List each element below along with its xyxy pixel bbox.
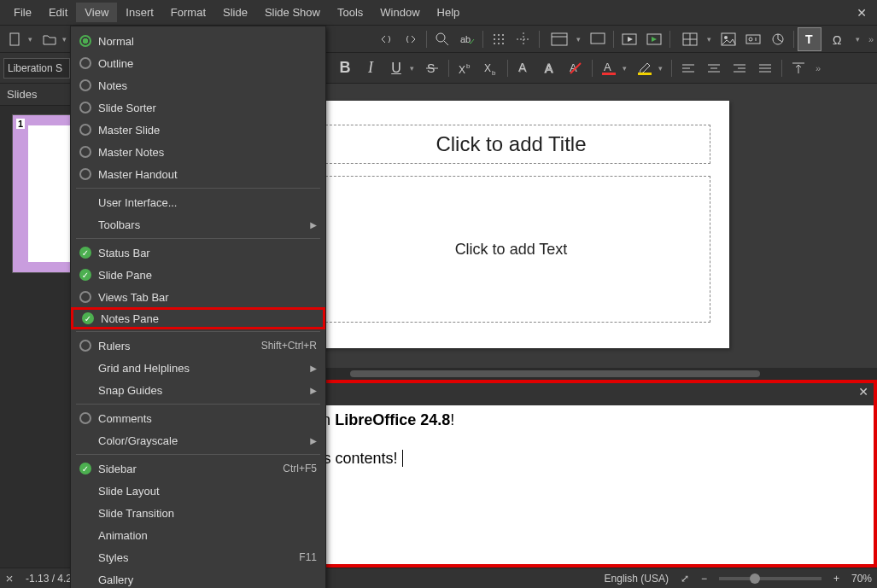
underline-icon[interactable]: U <box>384 56 408 80</box>
align-top-icon[interactable] <box>786 56 810 80</box>
view-menu-notes[interactable]: Notes <box>71 74 325 96</box>
menu-format[interactable]: Format <box>162 3 214 22</box>
media-icon[interactable] <box>741 27 765 51</box>
highlight-dropdown-icon[interactable]: ▾ <box>658 64 667 73</box>
svg-point-10 <box>494 43 495 44</box>
view-menu-gallery[interactable]: Gallery <box>71 568 325 588</box>
menu-slide[interactable]: Slide <box>214 3 256 22</box>
open-icon[interactable] <box>38 27 61 51</box>
align-justify-icon[interactable] <box>753 56 777 80</box>
superscript-icon[interactable]: Xb <box>453 56 477 80</box>
textbox-icon[interactable]: T <box>798 27 821 51</box>
view-menu-user-interface-[interactable]: User Interface... <box>71 191 325 213</box>
undo-icon[interactable] <box>374 27 398 51</box>
view-menu-slide-pane[interactable]: ✓Slide Pane <box>71 264 325 286</box>
subscript-icon[interactable]: Xb <box>479 56 503 80</box>
document-close-icon[interactable]: ✕ <box>851 6 872 20</box>
language-status[interactable]: English (USA) <box>605 573 669 585</box>
view-menu-animation[interactable]: Animation <box>71 524 325 546</box>
toolbar-more-icon[interactable]: » <box>816 63 821 73</box>
svg-marker-21 <box>652 37 657 42</box>
zoom-in-icon[interactable]: + <box>833 573 839 585</box>
redo-icon[interactable] <box>399 27 423 51</box>
new-icon[interactable] <box>3 27 27 51</box>
view-menu-sidebar[interactable]: ✓SidebarCtrl+F5 <box>71 457 325 480</box>
radio-icon <box>79 79 91 91</box>
view-menu-master-slide[interactable]: Master Slide <box>71 119 325 141</box>
highlight-icon[interactable] <box>633 56 657 80</box>
view-menu-styles[interactable]: StylesF11 <box>71 546 325 568</box>
bold-icon[interactable]: B <box>333 56 357 80</box>
image-icon[interactable] <box>716 27 740 51</box>
view-menu-grid-and-helplines[interactable]: Grid and Helplines▶ <box>71 357 325 379</box>
zoom-value[interactable]: 70% <box>851 573 872 585</box>
table-dropdown-icon[interactable]: ▾ <box>707 35 716 44</box>
align-left-icon[interactable] <box>676 56 700 80</box>
view-menu-comments[interactable]: Comments <box>71 407 325 429</box>
underline-dropdown-icon[interactable]: ▾ <box>410 64 418 73</box>
menu-item-label: Notes <box>98 79 127 92</box>
italic-icon[interactable]: I <box>359 56 383 80</box>
menu-slideshow[interactable]: Slide Show <box>256 3 329 22</box>
align-center-icon[interactable] <box>702 56 726 80</box>
slide-number: 1 <box>16 119 25 129</box>
find-icon[interactable] <box>430 27 454 51</box>
chart-icon[interactable] <box>766 27 790 51</box>
outline-text-icon[interactable]: A <box>538 56 562 80</box>
views-dropdown-icon[interactable]: ▾ <box>576 35 585 44</box>
strikethrough-icon[interactable]: S <box>420 56 444 80</box>
toolbar-more-icon[interactable]: » <box>868 34 874 44</box>
align-right-icon[interactable] <box>728 56 751 80</box>
special-char-icon[interactable]: Ω <box>822 27 855 51</box>
zoom-out-icon[interactable]: − <box>701 573 707 585</box>
svg-point-9 <box>502 38 504 40</box>
content-placeholder[interactable]: Click to add Text <box>313 176 710 323</box>
menu-item-label: Slide Transition <box>98 507 174 520</box>
view-menu-notes-pane[interactable]: ✓Notes Pane <box>71 307 325 329</box>
spellcheck-icon[interactable]: ab <box>455 27 479 51</box>
grid-icon[interactable] <box>487 27 511 51</box>
view-menu-status-bar[interactable]: ✓Status Bar <box>71 242 325 264</box>
shadow-text-icon[interactable]: AA <box>512 56 536 80</box>
menu-item-label: Master Slide <box>98 124 160 137</box>
fit-page-icon[interactable]: ⤢ <box>681 573 689 585</box>
notes-close-icon[interactable]: ✕ <box>858 385 868 399</box>
view-menu-color-grayscale[interactable]: Color/Grayscale▶ <box>71 429 325 451</box>
slide-canvas[interactable]: Click to add Title Click to add Text <box>294 101 729 348</box>
view-menu-master-handout[interactable]: Master Handout <box>71 163 325 185</box>
zoom-slider[interactable] <box>719 577 821 580</box>
start-first-icon[interactable] <box>617 27 641 51</box>
svg-rect-27 <box>746 35 760 44</box>
clear-format-icon[interactable]: A <box>564 56 588 80</box>
menu-help[interactable]: Help <box>429 3 469 22</box>
start-current-icon[interactable] <box>642 27 666 51</box>
view-menu-views-tab-bar[interactable]: Views Tab Bar <box>71 286 325 308</box>
menu-file[interactable]: File <box>5 3 40 22</box>
view-menu-master-notes[interactable]: Master Notes <box>71 141 325 163</box>
menu-insert[interactable]: Insert <box>117 3 162 22</box>
table-icon[interactable] <box>674 27 706 51</box>
menu-window[interactable]: Window <box>371 3 428 22</box>
snap-guides-icon[interactable] <box>512 27 535 51</box>
menu-view[interactable]: View <box>76 3 117 22</box>
special-dropdown-icon[interactable]: ▾ <box>856 35 864 44</box>
view-menu-toolbars[interactable]: Toolbars▶ <box>71 213 325 236</box>
menu-item-label: Color/Grayscale <box>98 434 178 447</box>
menu-tools[interactable]: Tools <box>329 3 371 22</box>
view-menu-outline[interactable]: Outline <box>71 52 325 74</box>
view-menu-slide-transition[interactable]: Slide Transition <box>71 502 325 524</box>
menu-edit[interactable]: Edit <box>40 3 76 22</box>
view-menu-slide-sorter[interactable]: Slide Sorter <box>71 96 325 119</box>
display-views-icon[interactable] <box>543 27 576 51</box>
view-menu-normal[interactable]: Normal <box>71 30 325 52</box>
font-color-dropdown-icon[interactable]: ▾ <box>623 64 631 73</box>
menu-item-label: Master Notes <box>98 146 164 159</box>
font-color-icon[interactable]: A <box>597 56 621 80</box>
font-name-input[interactable] <box>3 58 70 79</box>
title-placeholder[interactable]: Click to add Title <box>313 125 710 164</box>
master-slide-icon[interactable] <box>586 27 610 51</box>
view-menu-rulers[interactable]: RulersShift+Ctrl+R <box>71 335 325 357</box>
new-dropdown-icon[interactable]: ▾ <box>28 35 37 44</box>
view-menu-snap-guides[interactable]: Snap Guides▶ <box>71 379 325 401</box>
view-menu-slide-layout[interactable]: Slide Layout <box>71 480 325 502</box>
